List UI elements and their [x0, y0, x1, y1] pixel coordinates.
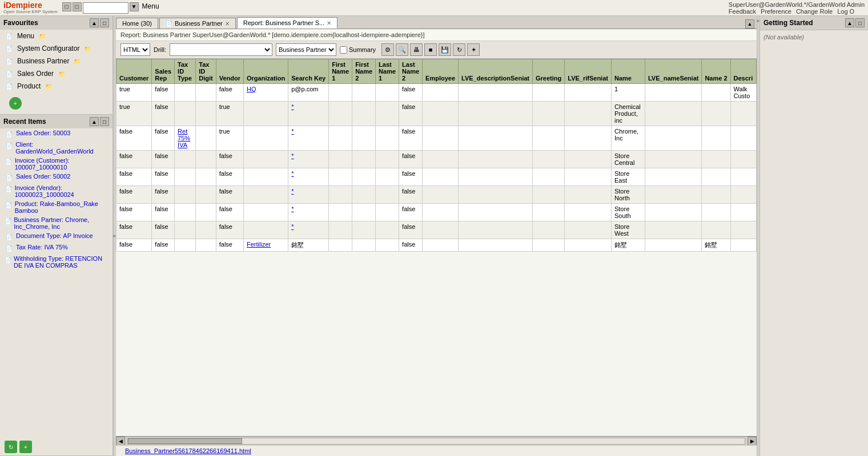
recent-item-9[interactable]: 📄 Withholding Type: RETENCION DE IVA EN … — [0, 254, 112, 270]
product-folder-icon: 📁 — [44, 82, 53, 91]
table-row: false false false * false — [116, 204, 757, 221]
sidebar-item-sales-order[interactable]: 📄 Sales Order 📁 — [0, 67, 112, 80]
save-icon-btn[interactable]: 💾 — [439, 43, 451, 56]
refresh-icon-btn[interactable]: ↻ — [453, 43, 465, 56]
table-row: true false false HQ p@p.com false — [116, 84, 757, 102]
bp-tab-close[interactable]: ✕ — [225, 21, 230, 27]
tab-report[interactable]: Report: Business Partner S... ✕ — [237, 17, 337, 29]
recent-icon-3: 📄 — [5, 173, 14, 182]
recent-item-3[interactable]: 📄 Sales Order: 50002 — [0, 172, 112, 183]
logo[interactable]: iDempiere Open Source ERP System — [3, 1, 58, 14]
table-container[interactable]: Customer SalesRep TaxIDType TaxIDDigit V… — [116, 59, 757, 436]
drill-label: Drill: — [154, 46, 166, 53]
col-greeting: Greeting — [533, 59, 565, 84]
window-dropdown-btn[interactable]: ▼ — [130, 2, 139, 11]
tab-business-partner[interactable]: 📄 Business Partner ✕ — [159, 18, 236, 29]
horizontal-scrollbar[interactable]: ◀ ▶ — [116, 436, 757, 445]
format-select-group: HTML PDF XLS — [120, 43, 150, 56]
sys-config-doc-icon: 📄 — [5, 44, 14, 53]
scrollbar-thumb[interactable] — [128, 438, 242, 444]
window-minimize-btn[interactable]: □ — [62, 2, 71, 11]
report-file-link[interactable]: Business_Partner556178462266169411.html — [120, 446, 256, 455]
recent-icon-1: 📄 — [5, 141, 13, 150]
preference-link[interactable]: Preference — [761, 8, 791, 15]
bp-folder-icon: 📁 — [73, 57, 82, 66]
col-first-name-2: FirstName2 — [352, 59, 376, 84]
collapse-panel-btn[interactable]: ▲ — [745, 19, 754, 29]
recent-header-btns: ▲ □ — [90, 117, 109, 126]
recent-icon-2: 📄 — [5, 157, 13, 166]
col-name-2: Name 2 — [702, 59, 730, 84]
recent-icon-9: 📄 — [5, 255, 11, 264]
window-restore-btn[interactable]: □ — [73, 2, 82, 11]
right-panel-expand-btn[interactable]: □ — [855, 18, 865, 27]
print-icon-btn[interactable]: 🖶 — [410, 43, 423, 56]
star-icon-btn[interactable]: ✦ — [467, 43, 480, 56]
bp-select[interactable]: Business Partner — [276, 43, 336, 56]
tab-home[interactable]: Home (30) — [116, 18, 158, 29]
recent-action-btn[interactable]: + — [19, 441, 32, 453]
bottom-icon-row: ↻ + — [0, 438, 112, 455]
recent-section: Recent Items ▲ □ 📄 Sales Order: 50003 📄 … — [0, 115, 112, 456]
recent-icon-8: 📄 — [5, 244, 14, 253]
recent-item-0[interactable]: 📄 Sales Order: 50003 — [0, 128, 112, 140]
scrollbar-track[interactable] — [127, 438, 745, 445]
menu-label[interactable]: Menu — [140, 2, 162, 14]
favourites-expand-btn[interactable]: □ — [100, 18, 109, 27]
col-organization: Organization — [244, 59, 288, 84]
col-sales-rep: SalesRep — [152, 59, 175, 84]
bp-doc-icon: 📄 — [5, 57, 14, 66]
sidebar-item-business-partner[interactable]: 📄 Business Partner 📁 — [0, 55, 112, 67]
recent-item-5[interactable]: 📄 Product: Rake-Bamboo_Rake Bamboo — [0, 199, 112, 215]
col-employee: Employee — [423, 59, 459, 84]
right-panel-up-btn[interactable]: ▲ — [845, 18, 854, 27]
recent-list: 📄 Sales Order: 50003 📄 Client: GardenWor… — [0, 128, 112, 438]
search-icon-btn[interactable]: 🔍 — [396, 43, 408, 56]
feedback-link[interactable]: Feedback — [729, 8, 756, 15]
favourites-up-btn[interactable]: ▲ — [90, 18, 99, 27]
window-title — [83, 2, 128, 14]
sidebar-item-system-configurator[interactable]: 📄 System Configurator 📁 — [0, 42, 112, 55]
right-panel: Getting Started ▲ □ (Not available) — [760, 16, 868, 456]
top-bar: iDempiere Open Source ERP System □ □ ▼ M… — [0, 0, 868, 16]
settings-icon-btn[interactable]: ⚙ — [381, 43, 394, 56]
col-tax-id-type: TaxIDType — [175, 59, 196, 84]
recent-expand-btn[interactable]: □ — [100, 117, 109, 126]
recent-item-2[interactable]: 📄 Invoice (Customer): 100007_10000010 — [0, 156, 112, 172]
right-panel-header: Getting Started ▲ □ — [760, 16, 868, 30]
col-description: Descri — [730, 59, 756, 84]
summary-checkbox[interactable] — [340, 46, 347, 54]
sys-config-folder-icon: 📁 — [83, 44, 92, 53]
logout-link[interactable]: Log O — [837, 8, 854, 15]
recent-up-btn[interactable]: ▲ — [90, 117, 99, 126]
report-table: Customer SalesRep TaxIDType TaxIDDigit V… — [116, 59, 757, 252]
format-select[interactable]: HTML PDF XLS — [120, 43, 150, 56]
report-tab-label: Report: Business Partner S... — [243, 19, 324, 26]
product-doc-icon: 📄 — [5, 82, 14, 91]
sidebar-item-product[interactable]: 📄 Product 📁 — [0, 80, 112, 92]
recent-icon-4: 📄 — [5, 184, 13, 193]
favourites-add-btn[interactable]: + — [9, 97, 22, 110]
stop-icon-btn[interactable]: ■ — [424, 43, 437, 56]
sidebar: Favourites ▲ □ 📄 Menu 📁 📄 System Configu… — [0, 16, 113, 456]
sidebar-item-menu[interactable]: 📄 Menu 📁 — [0, 30, 112, 42]
drill-select[interactable] — [170, 43, 272, 56]
scroll-left-btn[interactable]: ◀ — [116, 437, 125, 446]
col-lve-description: LVE_descriptionSeniat — [459, 59, 533, 84]
change-role-link[interactable]: Change Role — [796, 8, 833, 15]
table-row: false false false * false — [116, 221, 757, 239]
tab-bar: Home (30) 📄 Business Partner ✕ Report: B… — [116, 16, 757, 29]
recent-item-8[interactable]: 📄 Tax Rate: IVA 75% — [0, 243, 112, 254]
report-tab-close[interactable]: ✕ — [327, 20, 331, 26]
recent-item-4[interactable]: 📄 Invoice (Vendor): 10000023_10000024 — [0, 183, 112, 199]
content-area: Home (30) 📄 Business Partner ✕ Report: B… — [116, 16, 757, 456]
recent-item-6[interactable]: 📄 Business Partner: Chrome, Inc_Chrome, … — [0, 215, 112, 231]
scroll-right-btn[interactable]: ▶ — [748, 437, 757, 446]
recent-item-7[interactable]: 📄 Document Type: AP Invoice — [0, 231, 112, 243]
right-panel-content: (Not available) — [760, 30, 868, 44]
recent-item-1[interactable]: 📄 Client: GardenWorld_GardenWorld — [0, 140, 112, 156]
col-search-key: Search Key — [288, 59, 329, 84]
col-customer: Customer — [116, 59, 152, 84]
report-header: Report: Business Partner SuperUser@Garde… — [116, 29, 757, 41]
refresh-recent-btn[interactable]: ↻ — [5, 441, 17, 453]
